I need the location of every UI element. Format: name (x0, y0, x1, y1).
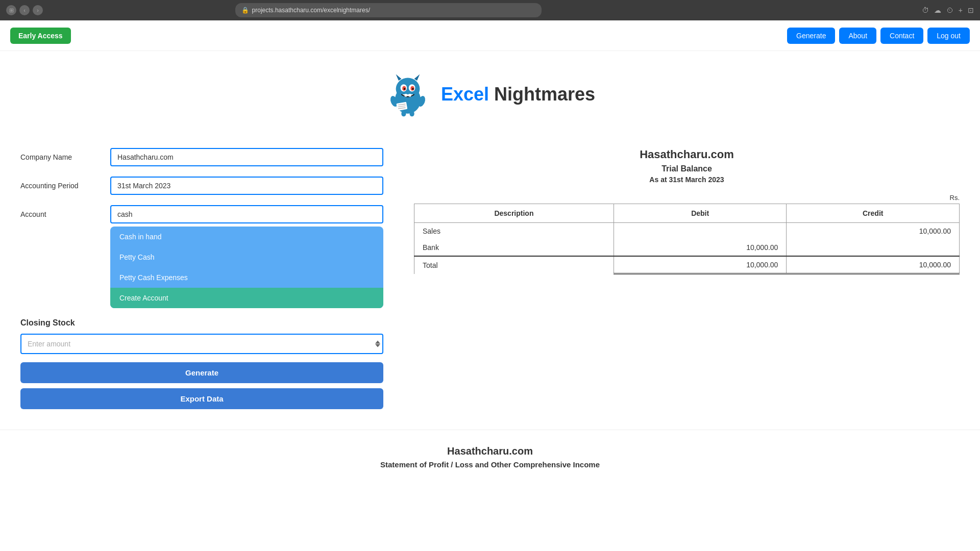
svg-point-9 (412, 88, 414, 90)
hero-title: Excel Nightmares (441, 84, 595, 105)
clock-icon[interactable]: ⏲ (946, 6, 953, 14)
col-description: Description (414, 204, 614, 223)
nav-bar: Early Access Generate About Contact Log … (0, 20, 980, 51)
dropdown-item-create-account[interactable]: Create Account (110, 288, 383, 308)
tabs-icon[interactable]: ⊡ (968, 6, 974, 14)
window-resize-btn[interactable]: ⊞ (6, 5, 16, 15)
forward-btn[interactable]: › (33, 5, 43, 15)
address-bar[interactable]: 🔒 projects.hasathcharu.com/excelnightmar… (235, 3, 542, 17)
bottom-section: Hasathcharu.com Statement of Profit / Lo… (0, 430, 980, 479)
svg-point-8 (404, 88, 406, 90)
row-total-credit: 10,000.00 (787, 256, 960, 274)
svg-rect-12 (401, 111, 406, 116)
bottom-company-name: Hasathcharu.com (20, 445, 960, 457)
account-input[interactable] (110, 205, 383, 223)
row-bank-desc: Bank (414, 239, 614, 256)
spinner-down-icon[interactable] (375, 344, 380, 347)
row-sales-debit (614, 223, 787, 240)
browser-right-icons: ⏱ ☁ ⏲ + ⊡ (922, 6, 974, 14)
hero-title-rest: Nightmares (489, 84, 595, 105)
table-row: Sales 10,000.00 (414, 223, 960, 240)
dropdown-item-petty-cash[interactable]: Petty Cash (110, 247, 383, 267)
trial-balance-title: Trial Balance (414, 164, 960, 173)
closing-stock-section: Closing Stock Generate Export Data (20, 318, 383, 409)
cloud-icon[interactable]: ☁ (934, 6, 941, 14)
trial-balance-date: As at 31st March 2023 (414, 176, 960, 184)
row-sales-credit: 10,000.00 (787, 223, 960, 240)
svg-marker-2 (396, 74, 402, 81)
currency-label: Rs. (414, 194, 960, 202)
back-btn[interactable]: ‹ (19, 5, 30, 15)
trial-balance-table: Description Debit Credit Sales 10,000.00… (414, 204, 960, 274)
accounting-period-label: Accounting Period (20, 182, 102, 190)
bottom-statement-title: Statement of Profit / Loss and Other Com… (20, 460, 960, 469)
early-access-button[interactable]: Early Access (10, 28, 71, 44)
browser-window-controls: ⊞ ‹ › (6, 5, 43, 15)
browser-chrome: ⊞ ‹ › 🔒 projects.hasathcharu.com/excelni… (0, 0, 980, 20)
secure-icon: 🔒 (241, 7, 249, 14)
table-row-total: Total 10,000.00 10,000.00 (414, 256, 960, 274)
amount-input-wrap (20, 334, 383, 354)
table-header-row: Description Debit Credit (414, 204, 960, 223)
table-row: Bank 10,000.00 (414, 239, 960, 256)
dropdown-item-petty-cash-expenses[interactable]: Petty Cash Expenses (110, 267, 383, 288)
hero-section: Excel Nightmares (20, 61, 960, 128)
about-nav-button[interactable]: About (839, 28, 876, 44)
generate-button[interactable]: Generate (20, 362, 383, 383)
svg-rect-13 (410, 111, 414, 116)
company-name-input[interactable] (110, 148, 383, 166)
add-tab-icon[interactable]: + (959, 6, 963, 14)
history-icon[interactable]: ⏱ (922, 6, 929, 14)
accounting-period-group: Accounting Period (20, 177, 383, 195)
trial-balance-header: Hasathcharu.com Trial Balance As at 31st… (414, 148, 960, 184)
row-bank-debit: 10,000.00 (614, 239, 787, 256)
right-column: Hasathcharu.com Trial Balance As at 31st… (414, 148, 960, 274)
contact-nav-button[interactable]: Contact (880, 28, 923, 44)
spinner-arrows[interactable] (375, 341, 380, 347)
excel-word: Excel (441, 84, 489, 105)
generate-nav-button[interactable]: Generate (787, 28, 835, 44)
two-column-layout: Company Name Accounting Period Account C… (20, 148, 960, 409)
monster-icon (385, 71, 431, 117)
trial-balance-company: Hasathcharu.com (414, 148, 960, 161)
amount-input[interactable] (20, 334, 383, 354)
logout-button[interactable]: Log out (927, 28, 970, 44)
accounting-period-input[interactable] (110, 177, 383, 195)
left-column: Company Name Accounting Period Account C… (20, 148, 383, 409)
company-name-label: Company Name (20, 153, 102, 161)
dropdown-item-cash-in-hand[interactable]: Cash in hand (110, 227, 383, 247)
export-data-button[interactable]: Export Data (20, 388, 383, 409)
svg-rect-11 (409, 94, 411, 96)
svg-rect-10 (405, 94, 407, 96)
dropdown-list: Cash in hand Petty Cash Petty Cash Expen… (110, 227, 383, 308)
closing-stock-label: Closing Stock (20, 318, 383, 328)
svg-marker-3 (414, 74, 420, 81)
company-name-group: Company Name (20, 148, 383, 166)
account-group: Account (20, 205, 383, 223)
nav-right: Generate About Contact Log out (787, 28, 970, 44)
row-bank-credit (787, 239, 960, 256)
url-text: projects.hasathcharu.com/excelnightmares… (252, 7, 370, 14)
row-total-debit: 10,000.00 (614, 256, 787, 274)
col-credit: Credit (787, 204, 960, 223)
account-dropdown: Cash in hand Petty Cash Petty Cash Expen… (110, 227, 383, 308)
col-debit: Debit (614, 204, 787, 223)
row-total-desc: Total (414, 256, 614, 274)
spinner-up-icon[interactable] (375, 341, 380, 344)
main-content: Excel Nightmares Company Name Accounting… (0, 51, 980, 419)
account-label: Account (20, 210, 102, 218)
row-sales-desc: Sales (414, 223, 614, 240)
